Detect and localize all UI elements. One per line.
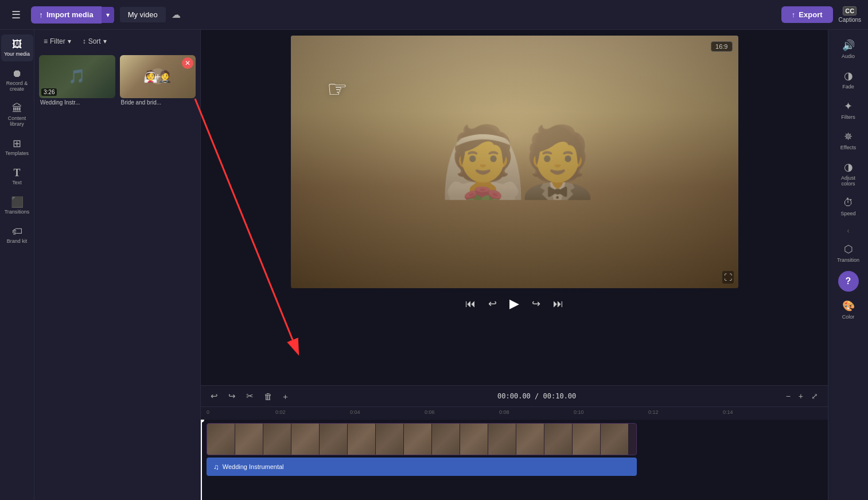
help-button[interactable]: ?: [838, 271, 859, 292]
sidebar-item-your-media[interactable]: 🖼 Your media: [1, 34, 33, 61]
sidebar-item-record-create[interactable]: ⏺ Record & create: [1, 64, 33, 96]
video-preview: 👰🤵 16:9 ⛶: [291, 36, 738, 288]
sidebar-item-brand-kit[interactable]: 🏷 Brand kit: [1, 222, 33, 249]
audio-track-label: Wedding Instrumental: [223, 463, 284, 470]
couple-emoji: 👰🤵: [440, 122, 589, 203]
frame-thumb-10: [460, 424, 488, 455]
frame-thumb-14: [573, 424, 600, 455]
transitions-icon: ⬛: [11, 197, 24, 207]
right-panel-item-color[interactable]: 🎨 Color: [830, 295, 867, 324]
media-duration-wedding-instr: 3:26: [41, 88, 57, 96]
right-panel-item-filters[interactable]: ✦ Filters: [830, 95, 867, 125]
transition-panel-label: Transition: [837, 257, 859, 263]
timeline-area: ↩ ↪ ✂ 🗑 + 00:00.00 / 00:10.00 − + ⤢ 0 0:…: [201, 385, 828, 500]
captions-button[interactable]: CC Captions: [839, 6, 861, 23]
media-delete-button-bride[interactable]: ✕: [182, 57, 193, 69]
aspect-ratio-badge: 16:9: [711, 41, 732, 52]
import-media-button[interactable]: Import media: [31, 6, 102, 24]
media-add-button-bride[interactable]: ＋: [150, 68, 166, 84]
forward-5s-button[interactable]: ↪: [530, 295, 543, 312]
sort-label: Sort: [88, 37, 101, 45]
sidebar-item-templates[interactable]: ⊞ Templates: [1, 134, 33, 161]
brand-kit-icon: 🏷: [12, 226, 22, 237]
sidebar-item-transitions[interactable]: ⬛ Transitions: [1, 192, 33, 219]
video-track[interactable]: [207, 423, 637, 455]
timeline-playhead[interactable]: [201, 420, 202, 500]
video-track-frames: [207, 424, 636, 455]
timeline-time-display: 00:00.00 / 00:10.00: [295, 392, 779, 400]
zoom-in-button[interactable]: +: [796, 390, 806, 402]
sort-chevron-icon: ▾: [103, 37, 107, 45]
wedding-figures: 👰🤵: [291, 36, 738, 288]
import-dropdown-arrow[interactable]: ▾: [102, 7, 114, 23]
add-track-button[interactable]: +: [280, 390, 291, 403]
ruler-mark-04: 0:04: [350, 409, 360, 415]
timeline-content[interactable]: ♫ Wedding Instrumental: [201, 420, 828, 500]
sidebar-item-text[interactable]: T Text: [1, 163, 33, 190]
speed-panel-label: Speed: [840, 211, 855, 216]
menu-button[interactable]: ☰: [7, 6, 25, 24]
undo-button[interactable]: ↩: [208, 389, 221, 403]
right-panel-item-effects[interactable]: ✵ Effects: [830, 126, 867, 155]
media-item-wedding-instr[interactable]: 🎵 3:26: [39, 55, 115, 98]
frame-thumb-4: [291, 424, 319, 455]
scissors-button[interactable]: ✂: [243, 389, 256, 403]
media-item-bride[interactable]: 👰🤵 ✕ ＋ Add to timeline: [120, 55, 196, 98]
media-panel: ≡ Filter ▾ ↕ Sort ▾ 🎵 3:26 Wedding Instr…: [34, 30, 201, 500]
filter-chevron-icon: ▾: [68, 37, 71, 45]
sidebar-item-label-templates: Templates: [5, 150, 29, 156]
zoom-out-button[interactable]: −: [783, 390, 793, 402]
rewind-5s-button[interactable]: ↩: [486, 295, 499, 312]
sidebar-item-label-text: Text: [12, 180, 22, 185]
sidebar-item-label-transitions: Transitions: [5, 209, 30, 215]
ruler-mark-06: 0:06: [425, 409, 435, 415]
tab-my-video[interactable]: My video: [120, 7, 166, 22]
play-pause-button[interactable]: ▶: [507, 294, 521, 313]
sidebar-item-content-library[interactable]: 🏛 Content library: [1, 99, 33, 131]
adjust-colors-panel-icon: ◑: [844, 161, 853, 173]
captions-label: Captions: [839, 17, 861, 23]
right-panel-item-adjust-colors[interactable]: ◑ Adjust colors: [830, 156, 867, 191]
right-panel-item-speed[interactable]: ⏱ Speed: [830, 192, 867, 221]
text-icon: T: [13, 168, 20, 178]
audio-track[interactable]: ♫ Wedding Instrumental: [207, 458, 637, 476]
sort-icon: ↕: [83, 37, 86, 45]
filter-icon: ≡: [44, 37, 48, 45]
delete-button[interactable]: 🗑: [261, 390, 275, 403]
media-item-container-wedding-instr: 🎵 3:26 Wedding Instr...: [39, 55, 115, 106]
expand-timeline-button[interactable]: ⤢: [808, 390, 821, 402]
top-bar: ☰ Import media ▾ My video ☁ Export CC Ca…: [0, 0, 868, 30]
frame-thumb-11: [488, 424, 516, 455]
frame-thumb-12: [516, 424, 544, 455]
next-frame-button[interactable]: ⏭: [551, 296, 566, 312]
right-panel-item-audio[interactable]: 🔊 Audio: [830, 34, 867, 64]
redo-button[interactable]: ↪: [225, 389, 239, 403]
sidebar-item-label-content-library: Content library: [8, 115, 26, 127]
fullscreen-button[interactable]: ⛶: [722, 271, 734, 284]
frame-thumb-8: [404, 424, 431, 455]
ruler-mark-02: 0:02: [275, 409, 286, 415]
fade-panel-icon: ◑: [844, 69, 853, 82]
frame-thumb-3: [263, 424, 291, 455]
right-panel-item-fade[interactable]: ◑ Fade: [830, 65, 867, 94]
prev-frame-button[interactable]: ⏮: [463, 296, 478, 312]
speed-panel-icon: ⏱: [843, 197, 854, 209]
frame-thumb-1: [207, 424, 235, 455]
color-panel-icon: 🎨: [842, 300, 855, 312]
record-create-icon: ⏺: [12, 68, 22, 79]
filter-button[interactable]: ≡ Filter ▾: [40, 36, 75, 47]
right-panel-item-transition[interactable]: ⬡ Transition: [830, 238, 867, 268]
timeline-ruler: 0 0:02 0:04 0:06 0:08 0:10 0:12 0:14: [201, 407, 828, 420]
filters-panel-icon: ✦: [844, 100, 853, 113]
media-label-bride: Bride and brid...: [120, 98, 196, 106]
templates-icon: ⊞: [13, 138, 21, 149]
ruler-mark-0: 0: [207, 409, 209, 415]
sort-button[interactable]: ↕ Sort ▾: [79, 36, 110, 47]
export-button[interactable]: Export: [781, 6, 833, 23]
media-label-wedding-instr: Wedding Instr...: [39, 98, 115, 106]
left-sidebar: 🖼 Your media ⏺ Record & create 🏛 Content…: [0, 30, 34, 500]
adjust-colors-panel-label: Adjust colors: [841, 175, 855, 187]
right-panel-collapse-chevron[interactable]: ‹: [845, 224, 852, 237]
cloud-save-icon[interactable]: ☁: [172, 9, 181, 20]
frame-thumb-5: [320, 424, 347, 455]
